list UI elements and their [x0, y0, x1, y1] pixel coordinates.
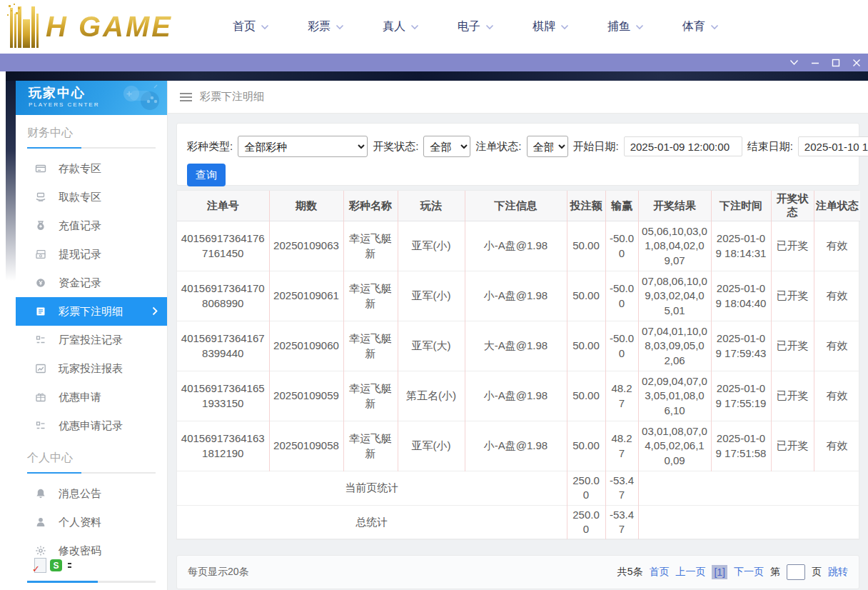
sidebar-item-彩票下注明细[interactable]: 彩票下注明细	[16, 297, 167, 326]
table-cell: 48.27	[605, 421, 638, 471]
summary-bet-total: 250.00	[567, 505, 605, 539]
table-cell: 幸运飞艇新	[343, 321, 398, 371]
sidebar-item-消息公告[interactable]: 消息公告	[16, 479, 167, 508]
gamepad-icon	[110, 84, 163, 114]
bet-table-panel: 注单号期数彩种名称玩法下注信息投注额输赢开奖结果下注时间开奖状态注单状态 401…	[176, 190, 859, 540]
document-check-icon[interactable]	[34, 558, 46, 573]
order-status-label: 注单状态:	[475, 140, 521, 154]
pagination-next[interactable]: 下一页	[734, 566, 764, 579]
nav-item-体育[interactable]: 体育	[682, 19, 719, 34]
sidebar-item-存款专区[interactable]: 存款专区	[16, 154, 167, 183]
column-header-开奖状态: 开奖状态	[771, 191, 814, 221]
nav-item-棋牌[interactable]: 棋牌	[533, 19, 569, 34]
chevron-down-icon	[410, 24, 419, 30]
maximize-icon[interactable]	[832, 59, 840, 67]
jump-page-input[interactable]	[787, 564, 805, 580]
chevron-down-icon	[261, 24, 269, 30]
column-header-彩种名称: 彩种名称	[343, 191, 398, 221]
logo-h-icon	[10, 5, 39, 48]
funds-record-icon	[35, 277, 46, 289]
chevron-down-icon	[335, 24, 344, 30]
table-cell: 2025-01-09 17:51:58	[711, 421, 771, 471]
table-cell: 小-A盘@1.98	[465, 371, 567, 421]
sidebar-item-资金记录[interactable]: 资金记录	[16, 269, 167, 297]
start-date-input[interactable]	[624, 136, 742, 156]
sidebar-item-充值记录[interactable]: 充值记录	[16, 211, 167, 240]
sidebar-item-个人资料[interactable]: 个人资料	[16, 508, 167, 536]
order-status-select[interactable]: 全部	[527, 136, 568, 157]
nav-item-真人[interactable]: 真人	[383, 19, 419, 34]
table-cell: 有效	[814, 271, 860, 321]
lottery-type-select[interactable]: 全部彩种	[238, 136, 368, 157]
sidebar-item-label: 厅室投注记录	[59, 334, 123, 347]
column-header-注单状态: 注单状态	[814, 191, 860, 221]
table-cell: 有效	[814, 321, 860, 371]
sidebar-item-厅室投注记录[interactable]: 厅室投注记录	[16, 326, 167, 354]
bet-table: 注单号期数彩种名称玩法下注信息投注额输赢开奖结果下注时间开奖状态注单状态 401…	[177, 191, 860, 539]
summary-empty	[638, 505, 860, 539]
column-header-输赢: 输赢	[605, 191, 638, 221]
sidebar-item-优惠申请记录[interactable]: 优惠申请记录	[16, 411, 167, 440]
table-cell: 亚军(小)	[398, 421, 465, 471]
summary-row: 当前页统计250.00-53.47	[177, 471, 860, 506]
chevron-down-icon	[485, 24, 494, 30]
green-s-app-icon[interactable]: S	[50, 559, 62, 571]
draw-status-select[interactable]: 全部	[423, 136, 470, 157]
table-cell: 401569173641678399440	[177, 321, 269, 371]
chevron-down-icon	[635, 24, 644, 30]
jump-prefix-label: 第	[770, 566, 780, 579]
minimize-icon[interactable]	[811, 59, 819, 67]
sidebar-item-优惠申请[interactable]: 优惠申请	[16, 383, 167, 411]
search-button[interactable]: 查询	[187, 164, 226, 186]
promo-record-icon	[35, 420, 46, 431]
nav-item-label: 棋牌	[533, 19, 555, 34]
table-cell: 50.00	[567, 321, 605, 371]
sidebar-item-玩家投注报表[interactable]: 玩家投注报表	[16, 354, 167, 383]
end-date-input[interactable]	[798, 136, 868, 156]
pagination-first[interactable]: 首页	[649, 566, 669, 579]
logo[interactable]: H GAME	[10, 3, 173, 50]
nav-item-首页[interactable]: 首页	[233, 19, 269, 34]
sidebar-item-取款专区[interactable]: 取款专区	[16, 183, 167, 211]
close-icon[interactable]	[852, 59, 861, 67]
sidebar-item-label: 优惠申请记录	[59, 419, 123, 433]
nav-item-电子[interactable]: 电子	[458, 19, 494, 34]
table-cell: 亚军(大)	[398, 321, 465, 371]
nav-item-捕鱼[interactable]: 捕鱼	[607, 19, 644, 34]
section-underline	[27, 472, 156, 474]
sidebar-item-label: 优惠申请	[59, 391, 101, 404]
table-cell: 50.00	[567, 371, 605, 421]
table-cell: 第五名(小)	[398, 371, 465, 421]
table-cell: 20250109060	[269, 321, 343, 371]
nav-item-彩票[interactable]: 彩票	[308, 19, 344, 34]
table-cell: 小-A盘@1.98	[465, 271, 567, 321]
table-cell: 有效	[814, 221, 860, 271]
start-date-label: 开始日期:	[573, 140, 619, 154]
table-cell: 03,01,08,07,04,05,02,06,10,09	[638, 421, 711, 471]
chevron-down-icon[interactable]	[789, 59, 799, 66]
chevron-down-icon	[710, 24, 719, 30]
table-cell: 2025-01-09 18:04:40	[711, 271, 771, 321]
hamburger-icon[interactable]	[180, 93, 192, 101]
summary-bet-total: 250.00	[567, 471, 605, 506]
nav-item-label: 电子	[458, 19, 480, 34]
jump-button[interactable]: 跳转	[828, 566, 848, 579]
more-dots-icon[interactable]	[68, 563, 71, 568]
withdraw-record-icon	[35, 249, 46, 260]
column-header-投注额: 投注额	[567, 191, 605, 221]
table-cell: 50.00	[567, 221, 605, 271]
bell-icon	[35, 488, 46, 499]
nav-item-label: 首页	[233, 19, 256, 34]
section-underline	[27, 147, 156, 149]
table-cell: 401569173641631812190	[177, 421, 269, 471]
pagination-prev[interactable]: 上一页	[675, 566, 705, 579]
table-cell: 大-A盘@1.98	[465, 321, 567, 371]
sidebar-item-提现记录[interactable]: 提现记录	[16, 240, 167, 269]
sidebar-bottom-rule	[27, 581, 156, 583]
recharge-bag-icon	[35, 220, 46, 231]
nav-item-label: 彩票	[308, 19, 330, 34]
main-nav: 首页彩票真人电子棋牌捕鱼体育	[233, 0, 719, 54]
sidebar-item-label: 资金记录	[59, 276, 101, 290]
table-cell: -50.00	[605, 321, 638, 371]
sidebar-header: 玩家中心 PLAYERS CENTER	[16, 81, 167, 115]
